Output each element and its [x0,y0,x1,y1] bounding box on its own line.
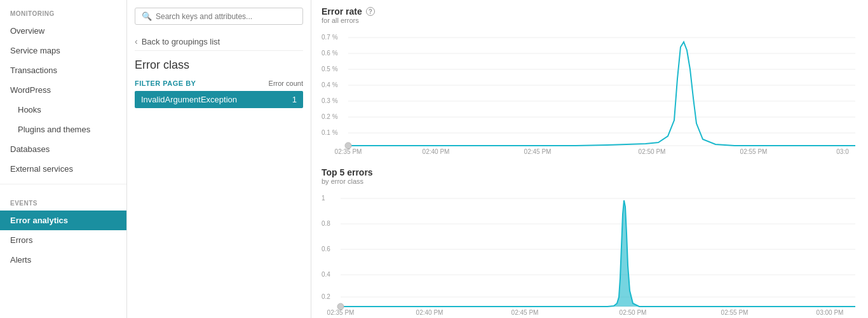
sidebar-divider [0,184,126,184]
filter-panel: 🔍 ‹ Back to groupings list Error class F… [127,0,311,318]
error-rate-title: Error rate ? [322,6,858,17]
filter-title: Error class [135,59,303,72]
top5-errors-subtitle: by error class [322,177,858,185]
filter-item-label: InvalidArgumentException [141,95,237,104]
sidebar-item-alerts[interactable]: Alerts [0,250,126,270]
sidebar: MONITORING Overview Service maps Transac… [0,0,127,318]
sidebar-item-label: Transactions [10,66,57,75]
search-icon: 🔍 [142,11,152,21]
top5-errors-chart: 1 0.8 0.6 0.4 0.2 [322,189,858,318]
error-rate-subtitle: for all errors [322,17,858,24]
sidebar-item-label: Overview [10,26,44,36]
svg-text:02:55 PM: 02:55 PM [740,148,768,155]
sidebar-item-transactions[interactable]: Transactions [0,60,126,80]
sidebar-item-error-analytics[interactable]: Error analytics [0,211,126,230]
svg-text:03:00 PM: 03:00 PM [817,309,844,316]
error-count-label: Error count [269,80,303,87]
svg-text:0.2 %: 0.2 % [322,113,338,120]
svg-text:02:35 PM: 02:35 PM [327,309,355,316]
sidebar-item-wordpress[interactable]: WordPress [0,80,126,100]
filter-item-invalid-arg[interactable]: InvalidArgumentException 1 [135,91,303,108]
sidebar-item-overview[interactable]: Overview [0,21,126,41]
error-rate-chart: 0.7 % 0.6 % 0.5 % 0.4 % 0.3 % 0.2 % 0.1 … [322,28,858,157]
svg-text:0.7 %: 0.7 % [322,34,338,41]
sidebar-item-errors[interactable]: Errors [0,230,126,250]
sidebar-item-service-maps[interactable]: Service maps [0,41,126,60]
back-arrow-icon: ‹ [135,36,138,46]
charts-panel: Error rate ? for all errors 0.7 % 0.6 % … [311,0,868,318]
svg-text:02:40 PM: 02:40 PM [416,309,444,316]
top5-errors-section: Top 5 errors by error class 1 0.8 0.6 0.… [322,167,858,318]
filter-by-label: FILTER PAGE BY [135,80,196,87]
error-rate-section: Error rate ? for all errors 0.7 % 0.6 % … [322,6,858,157]
svg-text:0.4: 0.4 [322,271,330,278]
sidebar-item-plugins-themes[interactable]: Plugins and themes [0,120,126,139]
sidebar-item-label: Plugins and themes [18,125,90,134]
main-area: 🔍 ‹ Back to groupings list Error class F… [127,0,868,318]
sidebar-item-hooks[interactable]: Hooks [0,100,126,120]
svg-text:0.4 %: 0.4 % [322,81,338,88]
sidebar-item-label: Service maps [10,46,60,55]
svg-text:02:45 PM: 02:45 PM [512,309,539,316]
top5-errors-title: Top 5 errors [322,167,858,177]
svg-text:0.6: 0.6 [322,245,330,252]
search-input[interactable] [156,12,296,21]
svg-text:02:35 PM: 02:35 PM [335,148,362,155]
filter-item-count: 1 [292,95,297,104]
svg-text:0.1 %: 0.1 % [322,129,338,136]
svg-text:0.8: 0.8 [322,220,330,227]
sidebar-item-label: Hooks [18,105,41,114]
svg-text:02:40 PM: 02:40 PM [423,148,450,155]
sidebar-item-label: External services [10,164,73,174]
svg-text:0.6 %: 0.6 % [322,50,338,57]
filter-header: FILTER PAGE BY Error count [135,80,303,87]
sidebar-item-label: WordPress [10,85,51,95]
sidebar-item-label: Databases [10,144,50,154]
svg-text:03:0: 03:0 [836,148,849,155]
svg-text:02:45 PM: 02:45 PM [524,148,552,155]
svg-text:02:50 PM: 02:50 PM [639,148,666,155]
search-bar[interactable]: 🔍 [135,8,303,25]
sidebar-item-label: Error analytics [10,216,68,225]
svg-text:0.5 %: 0.5 % [322,66,338,73]
sidebar-item-databases[interactable]: Databases [0,139,126,159]
svg-text:0.3 %: 0.3 % [322,97,338,104]
svg-text:0.2: 0.2 [322,293,330,300]
events-section-label: EVENTS [0,190,126,211]
svg-text:02:50 PM: 02:50 PM [620,309,647,316]
back-link-label: Back to groupings list [142,37,220,46]
monitoring-section-label: MONITORING [0,0,126,21]
svg-text:02:55 PM: 02:55 PM [721,309,749,316]
sidebar-item-label: Errors [10,235,32,245]
help-icon[interactable]: ? [366,7,375,16]
sidebar-item-label: Alerts [10,255,31,265]
svg-text:1: 1 [322,195,325,202]
back-to-groupings-link[interactable]: ‹ Back to groupings list [135,32,303,51]
svg-marker-33 [341,200,855,307]
sidebar-item-external-services[interactable]: External services [0,159,126,179]
